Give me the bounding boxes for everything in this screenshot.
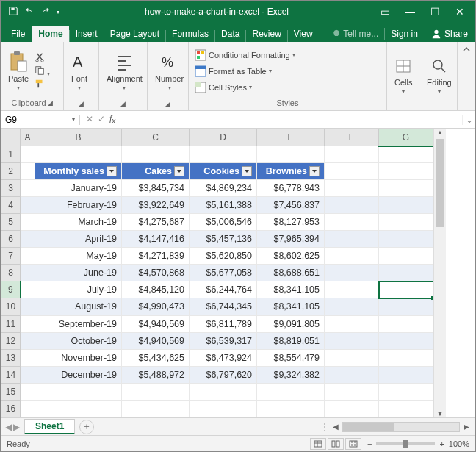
- zoom-slider[interactable]: [376, 442, 435, 445]
- dialog-launcher-icon[interactable]: ◢: [48, 99, 53, 107]
- cell[interactable]: [35, 400, 122, 417]
- fx-icon[interactable]: fx: [109, 113, 115, 125]
- sheet-nav-prev-icon[interactable]: ◀: [5, 422, 12, 432]
- scroll-left-icon[interactable]: ◀: [330, 423, 342, 431]
- sheet-tab[interactable]: Sheet1: [24, 419, 75, 434]
- column-header[interactable]: E: [257, 129, 325, 146]
- close-icon[interactable]: ✕: [449, 1, 471, 23]
- format-as-table-button[interactable]: Format as Table ▾: [193, 65, 297, 78]
- cell[interactable]: [325, 197, 379, 214]
- table-cell[interactable]: $5,434,625: [122, 349, 190, 366]
- dialog-launcher-icon[interactable]: ◢: [79, 100, 84, 107]
- cell[interactable]: [379, 281, 433, 298]
- paste-button[interactable]: Paste ▾: [5, 49, 32, 93]
- table-cell[interactable]: July-19: [35, 281, 122, 298]
- table-cell[interactable]: $5,006,546: [190, 214, 257, 231]
- cell[interactable]: [379, 265, 433, 281]
- cell[interactable]: [379, 332, 433, 349]
- table-cell[interactable]: $9,324,382: [257, 366, 325, 383]
- page-layout-view-icon[interactable]: [328, 438, 344, 450]
- table-cell[interactable]: December-19: [35, 366, 122, 383]
- cell[interactable]: [21, 349, 35, 366]
- cell[interactable]: [379, 383, 433, 400]
- table-cell[interactable]: $4,940,569: [122, 332, 190, 349]
- row-header[interactable]: 13: [1, 349, 21, 366]
- undo-icon[interactable]: [24, 6, 35, 18]
- tab-file[interactable]: File: [4, 26, 32, 42]
- signin-link[interactable]: Sign in: [385, 26, 424, 42]
- table-cell[interactable]: $9,091,805: [257, 315, 325, 332]
- zoom-level[interactable]: 100%: [449, 440, 469, 448]
- cell[interactable]: [21, 180, 35, 197]
- cell[interactable]: [21, 298, 35, 315]
- filter-icon[interactable]: [107, 166, 117, 176]
- scrollbar-thumb[interactable]: [343, 423, 394, 431]
- table-cell[interactable]: $5,620,850: [190, 248, 257, 265]
- add-sheet-button[interactable]: ＋: [79, 420, 94, 434]
- table-cell[interactable]: May-19: [35, 248, 122, 265]
- cell[interactable]: [21, 163, 35, 180]
- cell[interactable]: [21, 366, 35, 383]
- cell[interactable]: [379, 163, 433, 180]
- cell[interactable]: [325, 214, 379, 231]
- cell[interactable]: [257, 400, 325, 417]
- tell-me-search[interactable]: Tell me...: [326, 29, 384, 39]
- row-header[interactable]: 2: [1, 163, 21, 180]
- table-cell[interactable]: $8,819,051: [257, 332, 325, 349]
- cell[interactable]: [325, 163, 379, 180]
- redo-icon[interactable]: [40, 6, 51, 18]
- editing-group-button[interactable]: Editing ▾: [424, 54, 455, 96]
- table-cell[interactable]: $4,275,687: [122, 214, 190, 231]
- font-group-button[interactable]: A Font ▾: [68, 51, 90, 93]
- cell[interactable]: [379, 146, 433, 163]
- cell[interactable]: [122, 383, 190, 400]
- enter-formula-icon[interactable]: ✓: [98, 114, 105, 124]
- row-header[interactable]: 3: [1, 180, 21, 197]
- filter-icon[interactable]: [174, 166, 184, 176]
- tab-page-layout[interactable]: Page Layout: [104, 26, 165, 42]
- scroll-down-icon[interactable]: ▼: [434, 410, 446, 417]
- cell[interactable]: [21, 248, 35, 265]
- ribbon-options-icon[interactable]: ▭: [374, 1, 396, 23]
- table-cell[interactable]: $4,271,839: [122, 248, 190, 265]
- tab-data[interactable]: Data: [215, 26, 245, 42]
- cell[interactable]: [325, 180, 379, 197]
- column-header[interactable]: C: [122, 129, 190, 146]
- number-group-button[interactable]: % Number ▾: [152, 51, 187, 93]
- row-header[interactable]: 16: [1, 400, 21, 417]
- table-cell[interactable]: January-19: [35, 180, 122, 197]
- tab-home[interactable]: Home: [32, 26, 68, 42]
- column-header[interactable]: F: [325, 129, 379, 146]
- cell[interactable]: [325, 298, 379, 315]
- cell[interactable]: [21, 332, 35, 349]
- table-cell[interactable]: $3,845,734: [122, 180, 190, 197]
- row-header[interactable]: 6: [1, 231, 21, 248]
- tab-review[interactable]: Review: [246, 26, 286, 42]
- table-cell[interactable]: $8,341,105: [257, 281, 325, 298]
- row-header[interactable]: 7: [1, 248, 21, 265]
- cell[interactable]: [325, 349, 379, 366]
- tab-insert[interactable]: Insert: [70, 26, 104, 42]
- row-header[interactable]: 11: [1, 315, 21, 332]
- cell[interactable]: [257, 146, 325, 163]
- maximize-icon[interactable]: ☐: [424, 1, 446, 23]
- dialog-launcher-icon[interactable]: ◢: [165, 100, 170, 107]
- collapse-ribbon-icon[interactable]: [458, 42, 475, 110]
- filter-icon[interactable]: [242, 166, 252, 176]
- row-header[interactable]: 5: [1, 214, 21, 231]
- cell[interactable]: [325, 383, 379, 400]
- row-header[interactable]: 15: [1, 383, 21, 400]
- table-cell[interactable]: $7,456,837: [257, 197, 325, 214]
- cell[interactable]: [21, 265, 35, 281]
- table-cell[interactable]: $8,127,953: [257, 214, 325, 231]
- minimize-icon[interactable]: —: [399, 1, 421, 23]
- table-cell[interactable]: $7,965,394: [257, 231, 325, 248]
- cell[interactable]: [190, 400, 257, 417]
- cancel-formula-icon[interactable]: ✕: [86, 114, 93, 124]
- scrollbar-thumb[interactable]: [436, 139, 444, 227]
- table-cell[interactable]: $3,922,649: [122, 197, 190, 214]
- cell[interactable]: [190, 383, 257, 400]
- cell[interactable]: [21, 383, 35, 400]
- cell[interactable]: [379, 298, 433, 315]
- column-header[interactable]: D: [190, 129, 257, 146]
